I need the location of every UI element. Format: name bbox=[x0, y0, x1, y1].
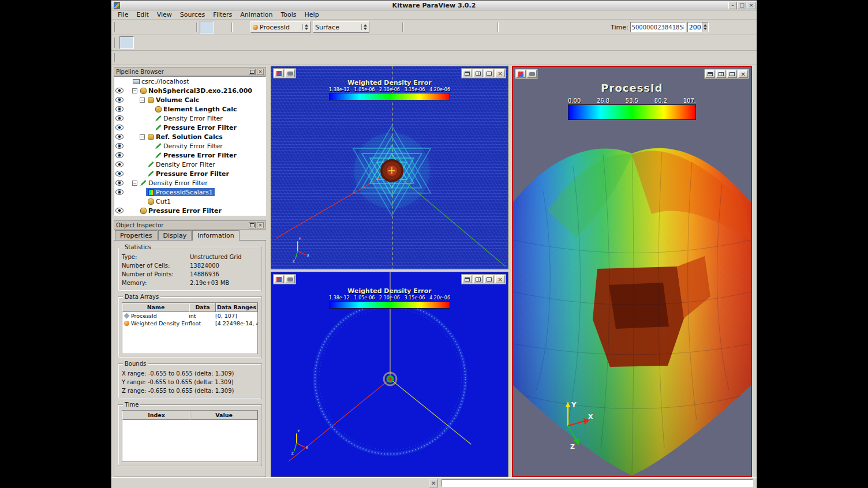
view-plus-y-button[interactable] bbox=[545, 21, 560, 33]
pipeline-item[interactable]: Pressure Error Filter bbox=[114, 151, 265, 160]
minimize-button[interactable] bbox=[728, 2, 737, 9]
eye-icon[interactable] bbox=[115, 152, 124, 158]
pipeline-item[interactable]: Cut1 bbox=[114, 197, 265, 206]
threshold-button[interactable] bbox=[179, 51, 194, 64]
frame-spinner[interactable] bbox=[687, 22, 709, 32]
clip-button[interactable] bbox=[149, 51, 164, 64]
close-panel-button[interactable] bbox=[257, 69, 264, 75]
color-legend[interactable]: Weighted Density Error 1.38e-121.05e-062… bbox=[329, 79, 450, 100]
view-plus-x-button[interactable] bbox=[515, 21, 530, 33]
eye-icon[interactable] bbox=[115, 189, 124, 195]
pipeline-item[interactable]: ProcessIdScalars1 bbox=[114, 187, 265, 197]
render-view-top[interactable]: Y X Z Weighted Density Error 1.38e-121.0… bbox=[271, 66, 508, 269]
view-minus-y-button[interactable] bbox=[560, 21, 575, 33]
expander-icon[interactable] bbox=[132, 181, 137, 186]
toolbar-handle[interactable] bbox=[114, 37, 117, 48]
object-inspector-header[interactable]: Object Inspector bbox=[114, 220, 266, 230]
split-view-button[interactable] bbox=[716, 70, 726, 78]
maximize-button[interactable] bbox=[738, 2, 746, 9]
pipeline-item[interactable]: Pressure Error Filter bbox=[114, 206, 265, 215]
pipeline-item[interactable]: NohSpherical3D.exo.216.000 bbox=[114, 86, 265, 95]
view-options-button[interactable] bbox=[274, 275, 284, 283]
variable-combo[interactable]: ProcessId bbox=[250, 21, 310, 33]
last-frame-button[interactable] bbox=[466, 21, 480, 33]
camera-link-button[interactable] bbox=[285, 69, 295, 77]
eye-icon[interactable] bbox=[115, 88, 124, 93]
maximize-view-button[interactable] bbox=[484, 275, 494, 283]
glyph-button[interactable] bbox=[134, 51, 149, 64]
menu-item[interactable]: Edit bbox=[132, 10, 152, 19]
cancel-progress-button[interactable] bbox=[429, 479, 438, 487]
warp-button[interactable] bbox=[240, 51, 254, 64]
undock-view-button[interactable] bbox=[462, 69, 472, 77]
close-panel-button[interactable] bbox=[257, 222, 264, 228]
stream-tracer-button[interactable] bbox=[209, 51, 224, 64]
pipeline-browser-header[interactable]: Pipeline Browser bbox=[114, 67, 266, 76]
save-data-button[interactable] bbox=[134, 21, 149, 33]
eye-icon[interactable] bbox=[115, 134, 124, 140]
menu-item[interactable]: Help bbox=[301, 10, 323, 19]
view-minus-z-button[interactable] bbox=[590, 21, 605, 33]
render-view-bottom[interactable]: Y X Z Weighted Density Error 1.38e-121.0… bbox=[271, 272, 508, 477]
eye-icon[interactable] bbox=[115, 106, 124, 112]
title-bar[interactable]: Kitware ParaView 3.0.2 bbox=[111, 1, 757, 10]
auto-apply-button[interactable] bbox=[119, 36, 134, 49]
group-datasets-button[interactable] bbox=[255, 51, 269, 64]
float-panel-button[interactable] bbox=[249, 222, 256, 228]
edit-color-map-button[interactable] bbox=[235, 21, 249, 33]
play-button[interactable] bbox=[436, 21, 450, 33]
menu-item[interactable]: View bbox=[153, 10, 176, 19]
representation-combo[interactable]: Surface bbox=[313, 21, 369, 33]
tab-information[interactable]: Information bbox=[192, 230, 240, 241]
expander-icon[interactable] bbox=[140, 97, 145, 103]
menu-item[interactable]: File bbox=[114, 10, 132, 19]
loop-button[interactable] bbox=[481, 21, 495, 33]
pipeline-item[interactable]: Volume Calc bbox=[114, 95, 265, 104]
split-view-button[interactable] bbox=[473, 275, 483, 283]
eye-icon[interactable] bbox=[115, 115, 124, 121]
menu-item[interactable]: Sources bbox=[176, 10, 209, 19]
panel-splitter[interactable] bbox=[114, 216, 266, 220]
extract-subset-button[interactable] bbox=[225, 51, 239, 64]
expander-icon[interactable] bbox=[132, 88, 137, 93]
camera-link-button[interactable] bbox=[527, 70, 537, 78]
connect-server-button[interactable] bbox=[149, 21, 164, 33]
tab-properties[interactable]: Properties bbox=[115, 230, 158, 240]
column-header[interactable]: Data Ranges bbox=[216, 303, 257, 312]
pipeline-item[interactable]: Density Error Filter bbox=[114, 114, 265, 123]
ProcessId[interactable]: ProcessId int [0, 107] bbox=[122, 312, 257, 320]
camera-link-button[interactable] bbox=[285, 275, 295, 283]
column-header[interactable]: Index bbox=[122, 411, 190, 420]
eye-icon[interactable] bbox=[115, 97, 124, 103]
close-button[interactable] bbox=[747, 2, 755, 9]
undock-view-button[interactable] bbox=[705, 70, 715, 78]
help-button[interactable] bbox=[179, 21, 194, 33]
first-frame-button[interactable] bbox=[406, 21, 420, 33]
maximize-view-button[interactable] bbox=[727, 70, 737, 78]
close-view-button[interactable] bbox=[738, 70, 748, 78]
select-cells-button[interactable] bbox=[200, 21, 214, 33]
eye-icon[interactable] bbox=[115, 143, 124, 149]
split-view-button[interactable] bbox=[473, 69, 483, 77]
pipeline-item[interactable]: Density Error Filter bbox=[114, 160, 265, 169]
frame-input[interactable] bbox=[688, 24, 702, 31]
float-panel-button[interactable] bbox=[249, 69, 256, 75]
contour-button[interactable] bbox=[194, 51, 209, 64]
menu-item[interactable]: Animation bbox=[236, 10, 276, 19]
pipeline-item[interactable]: csrc://localhost bbox=[114, 77, 265, 86]
render-view-right-active[interactable]: Y X Z ProcessId 0.0026.853.580.2107. bbox=[512, 66, 752, 477]
view-plus-z-button[interactable] bbox=[575, 21, 590, 33]
pipeline-item[interactable]: Density Error Filter bbox=[114, 141, 265, 151]
menu-item[interactable]: Tools bbox=[276, 10, 300, 19]
select-points-button[interactable] bbox=[215, 21, 229, 33]
pipeline-item[interactable]: Pressure Error Filter bbox=[114, 169, 265, 178]
close-view-button[interactable] bbox=[495, 275, 505, 283]
open-file-button[interactable] bbox=[119, 21, 134, 33]
color-legend[interactable]: Weighted Density Error 1.38e-121.05e-062… bbox=[329, 287, 450, 309]
eye-icon[interactable] bbox=[115, 180, 124, 186]
eye-icon[interactable] bbox=[115, 208, 124, 213]
previous-frame-button[interactable] bbox=[421, 21, 435, 33]
probe-button[interactable] bbox=[293, 51, 308, 64]
close-view-button[interactable] bbox=[495, 69, 505, 77]
slice-button[interactable] bbox=[164, 51, 179, 64]
